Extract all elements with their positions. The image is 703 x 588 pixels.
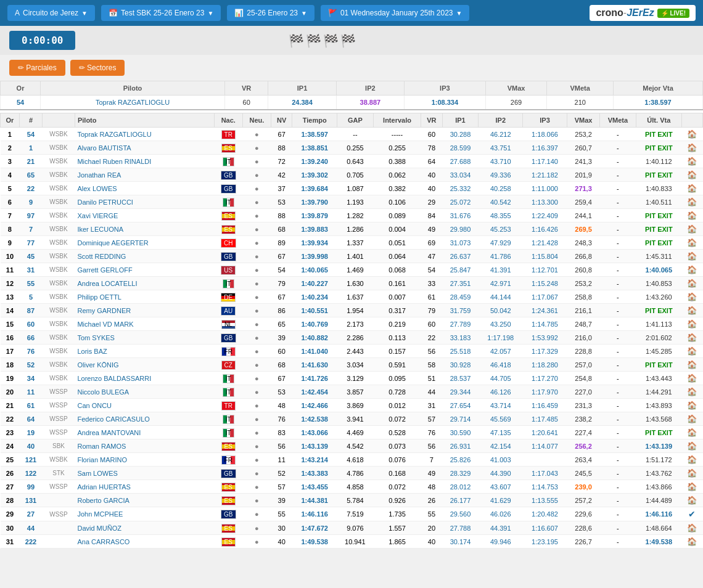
cell-num: 34	[19, 372, 42, 385]
cell-tiempo: 1:42.538	[292, 412, 337, 426]
cell-ip2: 46.212	[479, 128, 523, 141]
cell-nac: TR	[214, 399, 242, 412]
cell-vr: 61	[421, 290, 442, 304]
cell-intervalo: 0.076	[373, 453, 421, 467]
cell-ip2: 50.042	[479, 304, 523, 317]
table-row: 21 61 WSSP Can ONCU TR ● 48 1:42.466 3.8…	[1, 399, 703, 412]
cell-icon: 🏠	[681, 535, 702, 549]
cell-or: 25	[1, 453, 20, 467]
cell-vr: 33	[421, 277, 442, 290]
th-vmax-top: VMax	[485, 81, 547, 96]
cell-nv: 39	[271, 331, 292, 345]
cell-ip1: 27.351	[442, 277, 479, 290]
cell-ultvta: PIT EXIT	[636, 141, 681, 155]
th-piloto-top: Piloto	[41, 81, 225, 96]
cell-ultvta: 1:43.762	[636, 467, 681, 480]
cell-nv: 30	[271, 521, 292, 535]
cell-ip2: 1:17.198	[479, 331, 523, 345]
cell-vmeta: -	[600, 345, 636, 358]
cell-vmeta: -	[600, 480, 636, 494]
cell-nv: 67	[271, 128, 292, 141]
cell-ip2: 41.786	[479, 250, 523, 263]
cell-gap: 0.643	[337, 155, 373, 168]
home-icon: 🏠	[687, 414, 697, 423]
cell-or: 14	[1, 304, 20, 317]
cell-ip3: 1:20.641	[523, 426, 567, 439]
cell-cat: WSBK	[43, 128, 75, 141]
cell-cat: WSBK	[43, 317, 75, 331]
cell-nv: 57	[271, 480, 292, 494]
cell-ip1: 27.654	[442, 399, 479, 412]
cell-intervalo: 0.072	[373, 412, 421, 426]
cell-tiempo: 1:43.066	[292, 426, 337, 439]
home-icon: 🏠	[687, 265, 697, 274]
flag-icon: 🚩	[328, 9, 337, 17]
date-label: 01 Wednesday January 25th 2023	[340, 9, 453, 17]
cell-piloto: Iker LECUONA	[75, 223, 214, 236]
cell-vmax: 253,2	[567, 128, 599, 141]
cell-ip2: 47.135	[479, 426, 523, 439]
cell-vr: 40	[421, 168, 442, 182]
col-cat	[43, 113, 75, 128]
cell-cat: WSBK	[43, 182, 75, 195]
cell-ultvta: PIT EXIT	[636, 223, 681, 236]
cell-vmax: 271,3	[567, 182, 599, 195]
cell-tiempo: 1:42.466	[292, 399, 337, 412]
dates-selector[interactable]: 📊 25-26 Enero 23	[227, 5, 314, 21]
table-row: 8 7 WSBK Iker LECUONA ES ● 68 1:39.883 1…	[1, 223, 703, 236]
col-ultvta: Últ. Vta	[636, 113, 681, 128]
cell-vr: 76	[421, 426, 442, 439]
cell-ip1: 33.034	[442, 168, 479, 182]
cell-gap: 4.786	[337, 467, 373, 480]
cell-num: 1	[19, 141, 42, 155]
cell-ip1: 25.847	[442, 263, 479, 277]
cell-or: 30	[1, 521, 20, 535]
circuit-selector[interactable]: A Circuito de Jerez	[7, 5, 95, 21]
cell-ip2: 46.418	[479, 358, 523, 372]
cell-icon: 🏠	[681, 426, 702, 439]
cell-icon: 🏠	[681, 182, 702, 195]
cell-nac: GB	[214, 467, 242, 480]
table-row: 30 44 David MUÑOZ ES ● 30 1:47.672 9.076…	[1, 521, 703, 535]
home-icon: 🏠	[687, 468, 697, 478]
cell-or: 12	[1, 277, 20, 290]
cell-piloto: Adrian HUERTAS	[75, 480, 214, 494]
top-vmax: 269	[485, 96, 547, 110]
cell-neu: ●	[242, 304, 271, 317]
cell-ip3	[523, 453, 567, 467]
home-icon: 🏠	[687, 360, 697, 369]
cell-vmax: 228,6	[567, 521, 599, 535]
cell-intervalo: 0.051	[373, 236, 421, 250]
cell-gap: --	[337, 128, 373, 141]
date-selector[interactable]: 🚩 01 Wednesday January 25th 2023	[321, 5, 469, 21]
cell-intervalo: 0.064	[373, 250, 421, 263]
cell-nac: FR	[214, 453, 242, 467]
cell-gap: 0.705	[337, 168, 373, 182]
cell-icon: 🏠	[681, 453, 702, 467]
cell-icon: 🏠	[681, 358, 702, 372]
test-selector[interactable]: 📅 Test SBK 25-26 Enero 23	[101, 5, 221, 21]
cell-nv: 53	[271, 385, 292, 399]
cell-cat: WSBK	[43, 331, 75, 345]
cell-intervalo: -----	[373, 128, 421, 141]
cell-neu: ●	[242, 480, 271, 494]
col-neu: Neu.	[242, 113, 271, 128]
col-num: #	[19, 113, 42, 128]
cell-vmax: 201,9	[567, 168, 599, 182]
parciales-tab[interactable]: ✏ Parciales	[9, 60, 65, 76]
sectores-tab[interactable]: ✏ Sectores	[70, 60, 125, 76]
top-stats-row: 54 Toprak RAZGATLIOGLU 60 24.384 38.887 …	[1, 96, 703, 110]
cell-gap: 1.637	[337, 290, 373, 304]
cell-nv: 42	[271, 168, 292, 182]
cell-intervalo: 0.106	[373, 195, 421, 209]
cell-vmax: 269,5	[567, 223, 599, 236]
cell-num: 97	[19, 209, 42, 223]
cell-tiempo: 1:38.851	[292, 141, 337, 155]
cell-intervalo: 1.865	[373, 535, 421, 549]
cell-nac: US	[214, 263, 242, 277]
cell-nac: ES	[214, 535, 242, 549]
cell-ip1: 31.759	[442, 304, 479, 317]
cell-nv: 88	[271, 141, 292, 155]
cell-num: 77	[19, 236, 42, 250]
cell-ip1: 29.344	[442, 385, 479, 399]
